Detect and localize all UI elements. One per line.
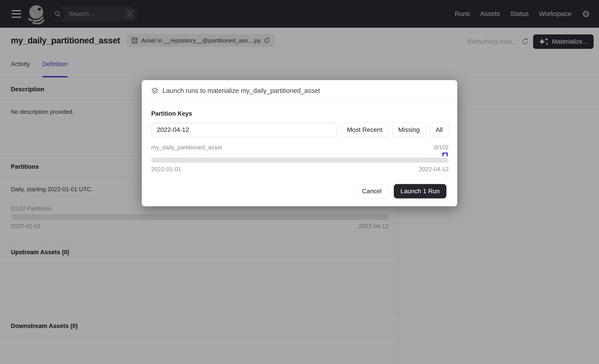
dagster-app: / Runs Assets Status Workspace ⚙ my_dail… [0, 0, 599, 364]
modal-range-end: 2022-04-12 [419, 166, 449, 173]
partition-keys-label: Partition Keys [151, 110, 192, 117]
modal-partition-track[interactable] [151, 158, 449, 163]
cancel-button[interactable]: Cancel [354, 184, 389, 199]
launch-run-button[interactable]: Launch 1 Run [394, 184, 446, 199]
selected-partition-marker[interactable] [442, 153, 448, 156]
all-button[interactable]: All [430, 123, 449, 137]
launch-runs-modal: Launch runs to materialize my_daily_part… [142, 80, 457, 206]
modal-title: Launch runs to materialize my_daily_part… [162, 87, 320, 95]
modal-asset-name: my_daily_partitioned_asset [151, 144, 222, 151]
most-recent-button[interactable]: Most Recent [341, 123, 388, 137]
missing-button[interactable]: Missing [392, 123, 426, 137]
modal-selected-count: 0/102 [434, 144, 449, 151]
materialize-layers-icon [151, 87, 159, 95]
partition-keys-input[interactable] [151, 123, 337, 137]
modal-range-start: 2022-01-01 [151, 166, 181, 173]
